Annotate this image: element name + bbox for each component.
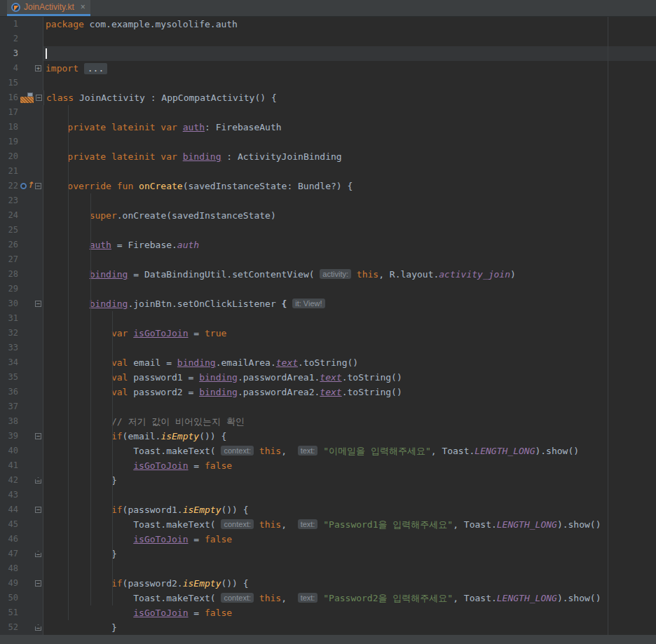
fold-marker-icon[interactable]: − xyxy=(35,477,41,484)
gutter[interactable]: 22↑− xyxy=(0,179,43,193)
code-text[interactable] xyxy=(43,164,656,179)
gutter[interactable]: 30− xyxy=(0,296,43,311)
line-number[interactable]: 31 xyxy=(0,311,18,326)
line-number[interactable]: 36 xyxy=(0,385,18,399)
line-number[interactable]: 17 xyxy=(0,105,18,120)
line-number[interactable]: 37 xyxy=(0,399,18,414)
code-text[interactable]: private lateinit var auth: FirebaseAuth xyxy=(43,120,656,135)
code-text[interactable]: } xyxy=(43,547,656,561)
code-text[interactable] xyxy=(43,282,656,296)
code-line[interactable]: 32 var isGoToJoin = true xyxy=(0,326,656,341)
line-number[interactable]: 38 xyxy=(0,414,18,429)
gutter[interactable]: 18 xyxy=(0,120,43,135)
code-text[interactable]: isGoToJoin = false xyxy=(43,458,656,473)
line-number[interactable]: 45 xyxy=(0,517,18,532)
gutter[interactable]: 21 xyxy=(0,164,43,179)
android-class-icon[interactable] xyxy=(20,93,34,104)
gutter[interactable]: 25 xyxy=(0,223,43,238)
code-line[interactable]: 46 isGoToJoin = false xyxy=(0,532,656,547)
line-number[interactable]: 44 xyxy=(0,502,18,517)
code-line[interactable]: 24 super.onCreate(savedInstanceState) xyxy=(0,208,656,223)
code-text[interactable]: } xyxy=(43,473,656,488)
code-text[interactable]: import ... xyxy=(43,61,656,76)
gutter[interactable]: 1 xyxy=(0,17,43,32)
code-line[interactable]: 29 xyxy=(0,282,656,296)
line-number[interactable]: 52 xyxy=(0,620,18,635)
gutter[interactable]: 38 xyxy=(0,414,43,429)
line-number[interactable]: 35 xyxy=(0,370,18,385)
fold-marker-icon[interactable]: − xyxy=(36,95,42,101)
line-number[interactable]: 25 xyxy=(0,223,18,238)
line-number[interactable]: 4 xyxy=(0,61,18,76)
code-line[interactable]: 41 isGoToJoin = false xyxy=(0,458,656,473)
code-text[interactable] xyxy=(43,311,656,326)
tab-joinactivity[interactable]: JoinActivity.kt × xyxy=(7,0,90,16)
line-number[interactable]: 43 xyxy=(0,488,18,502)
code-text[interactable] xyxy=(43,561,656,576)
code-text[interactable]: if(email.isEmpty()) { xyxy=(43,429,656,444)
code-line[interactable]: 17 xyxy=(0,105,656,120)
code-text[interactable]: binding.joinBtn.setOnClickListener { it:… xyxy=(43,296,656,311)
code-line[interactable]: 16−class JoinActivity : AppCompatActivit… xyxy=(0,90,656,105)
gutter[interactable]: 27 xyxy=(0,252,43,267)
code-text[interactable]: auth = Firebase.auth xyxy=(43,238,656,252)
code-text[interactable] xyxy=(43,399,656,414)
gutter[interactable]: 29 xyxy=(0,282,43,296)
gutter[interactable]: 41 xyxy=(0,458,43,473)
gutter[interactable]: 40 xyxy=(0,444,43,458)
code-line[interactable]: 44− if(password1.isEmpty()) { xyxy=(0,502,656,517)
code-line[interactable]: 28 binding = DataBindingUtil.setContentV… xyxy=(0,267,656,282)
code-line[interactable]: 18 private lateinit var auth: FirebaseAu… xyxy=(0,120,656,135)
code-line[interactable]: 50 Toast.makeText( context: this, text: … xyxy=(0,591,656,605)
line-number[interactable]: 46 xyxy=(0,532,18,547)
line-number[interactable]: 49 xyxy=(0,576,18,591)
code-line[interactable]: 48 xyxy=(0,561,656,576)
code-line[interactable]: 26 auth = Firebase.auth xyxy=(0,238,656,252)
line-number[interactable]: 41 xyxy=(0,458,18,473)
code-text[interactable]: val password2 = binding.passwordArea2.te… xyxy=(43,385,656,399)
line-number[interactable]: 16 xyxy=(0,90,18,105)
line-number[interactable]: 50 xyxy=(0,591,18,605)
close-icon[interactable]: × xyxy=(81,2,86,12)
gutter[interactable]: 23 xyxy=(0,193,43,208)
code-line[interactable]: 1package com.example.mysololife.auth xyxy=(0,17,656,32)
fold-marker-icon[interactable]: − xyxy=(35,301,41,307)
code-text[interactable]: package com.example.mysololife.auth xyxy=(43,17,656,32)
line-number[interactable]: 34 xyxy=(0,355,18,370)
code-line[interactable]: 34 val email = binding.emailArea.text.to… xyxy=(0,355,656,370)
code-line[interactable]: 19 xyxy=(0,135,656,149)
code-text[interactable]: override fun onCreate(savedInstanceState… xyxy=(43,179,656,193)
code-text[interactable]: val password1 = binding.passwordArea1.te… xyxy=(43,370,656,385)
code-text[interactable] xyxy=(43,46,656,61)
line-number[interactable]: 19 xyxy=(0,135,18,149)
fold-marker-icon[interactable]: − xyxy=(35,580,41,587)
line-number[interactable]: 33 xyxy=(0,341,18,355)
gutter[interactable]: 3 xyxy=(0,46,43,61)
code-text[interactable] xyxy=(43,76,656,90)
line-number[interactable]: 18 xyxy=(0,120,18,135)
line-number[interactable]: 21 xyxy=(0,164,18,179)
gutter[interactable]: 19 xyxy=(0,135,43,149)
code-text[interactable]: binding = DataBindingUtil.setContentView… xyxy=(43,267,656,282)
line-number[interactable]: 20 xyxy=(0,149,18,164)
gutter[interactable]: 48 xyxy=(0,561,43,576)
gutter[interactable]: 17 xyxy=(0,105,43,120)
line-number[interactable]: 47 xyxy=(0,547,18,561)
line-number[interactable]: 15 xyxy=(0,76,18,90)
code-line[interactable]: 30− binding.joinBtn.setOnClickListener {… xyxy=(0,296,656,311)
code-line[interactable]: 51 isGoToJoin = false xyxy=(0,605,656,620)
gutter[interactable]: 26 xyxy=(0,238,43,252)
code-line[interactable]: 21 xyxy=(0,164,656,179)
code-line[interactable]: 27 xyxy=(0,252,656,267)
gutter[interactable]: 51 xyxy=(0,605,43,620)
code-text[interactable]: } xyxy=(43,620,656,635)
line-number[interactable]: 24 xyxy=(0,208,18,223)
code-line[interactable]: 35 val password1 = binding.passwordArea1… xyxy=(0,370,656,385)
line-number[interactable]: 27 xyxy=(0,252,18,267)
code-editor[interactable]: 1package com.example.mysololife.auth234+… xyxy=(0,17,656,635)
gutter[interactable]: 34 xyxy=(0,355,43,370)
gutter[interactable]: 49− xyxy=(0,576,43,591)
code-line[interactable]: 52− } xyxy=(0,620,656,635)
code-line[interactable]: 49− if(password2.isEmpty()) { xyxy=(0,576,656,591)
line-number[interactable]: 22 xyxy=(0,179,18,193)
